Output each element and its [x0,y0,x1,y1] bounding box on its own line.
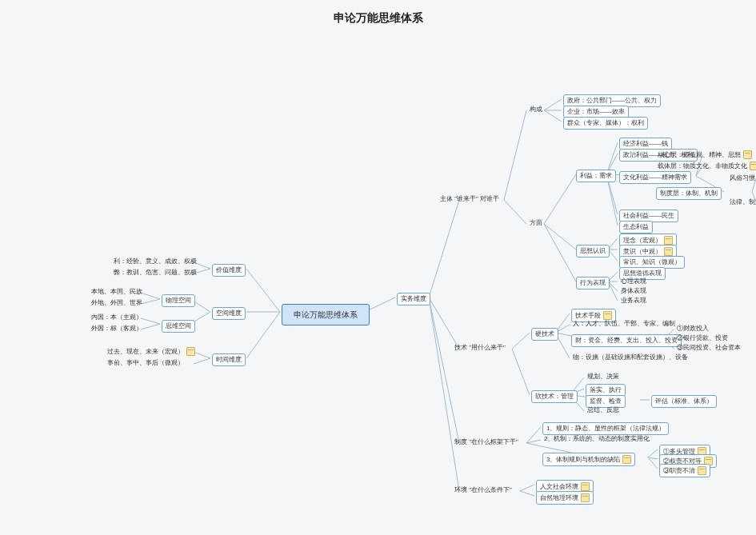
note-icon [581,482,590,491]
svg-line-10 [246,312,280,358]
note-icon [581,493,590,502]
node-practice[interactable]: 实务维度 [397,293,430,305]
leaf-phys-a: 本地、本国、民族 [90,288,144,296]
leaf-cult-core: 核心层：价值观、精神、思想 [656,150,754,159]
node-phys-space[interactable]: 物理空间 [162,294,195,307]
node-mind-space[interactable]: 思维空间 [162,320,195,333]
leaf-money-a: ①财政投入 [675,325,710,333]
leaf-time-a: 过去、现在、未来（宏观） [106,347,197,356]
leaf-eval: 评估（标准、体系） [651,395,717,408]
svg-line-12 [194,358,210,364]
leaf-mech: 2、机制：系统的、动态的制度实用化 [542,435,651,443]
note-icon [750,162,756,170]
svg-line-22 [544,110,562,122]
leaf-phys-b: 外地、外国、世界 [90,299,144,307]
svg-line-44 [512,349,530,395]
leaf-money-c: ③民间投资、社会资本 [675,344,742,352]
leaf-psy: 心理表现 [619,277,648,285]
svg-line-43 [512,333,530,349]
leaf-env-nature: 自然地理环境 [536,491,594,505]
leaf-people: 人：人才、队伍、干部、专家、编制 [571,320,677,328]
leaf-mind-a: 内因：本（主观） [90,313,144,321]
leaf-mind-b: 外因：标（客观） [90,325,144,333]
leaf-eco: 生态利益 [619,221,653,234]
node-env[interactable]: 环境 "在什么条件下" [453,486,514,494]
leaf-body: 身体表现 [619,287,648,295]
leaf-biz: 业务表现 [619,297,648,305]
svg-line-20 [544,99,562,110]
leaf-customs: 风俗习惯 [728,174,756,182]
leaf-mass: 群众（专家、媒体）：权利 [563,117,648,130]
node-system[interactable]: 制度 "在什么框架下干" [453,438,520,446]
node-hard-tech[interactable]: 硬技术 [531,328,558,341]
svg-line-15 [429,297,459,349]
node-composition[interactable]: 构成 [528,106,544,114]
leaf-value-bi: 弊：教训、危害、问题、损极 [112,269,198,277]
svg-line-24 [544,224,576,250]
leaf-material: 物：设施（基础设施和配套设施）、设备 [571,353,690,361]
node-tech[interactable]: 技术 "用什么来干" [453,344,507,352]
node-prob[interactable]: 3、体制规则与机制的缺陷 [542,453,635,466]
node-culture[interactable]: 文化利益——精神需求 [619,171,691,184]
node-thought[interactable]: 思想认识 [576,245,610,258]
leaf-cult-carrier: 载体层：物质文化、非物质文化 [656,162,756,170]
svg-line-25 [544,224,576,281]
leaf-law: 法律、制度 [728,198,756,206]
node-money[interactable]: 财：资金、经费、支出、投入、投资 [571,334,682,347]
leaf-money-b: ②银行贷款、投资 [675,334,730,342]
svg-line-19 [504,200,526,224]
node-interest[interactable]: 利益：需求 [576,170,616,182]
svg-line-63 [520,485,534,491]
node-subject[interactable]: 主体 "谁来干" 对谁干 [438,195,501,203]
svg-line-64 [520,491,534,496]
leaf-rule: 1、规则：静态、显性的框架（法律法规） [542,422,669,435]
svg-line-18 [504,110,526,200]
leaf-time-b: 事前、事中、事后（微观） [106,359,186,367]
note-icon [664,236,673,245]
svg-line-0 [246,269,280,312]
node-time-dim[interactable]: 时间维度 [212,353,246,366]
svg-line-17 [429,297,459,491]
note-icon [743,150,752,159]
node-cult-system[interactable]: 制度层：体制、机制 [656,187,722,200]
note-icon [664,247,673,256]
node-value-dim[interactable]: 价值维度 [212,264,246,277]
note-icon [622,455,631,464]
node-aspect[interactable]: 方面 [528,219,544,227]
svg-line-23 [544,174,576,224]
svg-line-60 [648,449,658,457]
node-behavior[interactable]: 行为表现 [576,277,610,289]
note-icon [186,347,195,356]
svg-line-14 [429,200,459,297]
root-node[interactable]: 申论万能思维体系 [282,304,370,325]
node-space-dim[interactable]: 空间维度 [212,307,246,320]
leaf-prob-c: ③职责不清 [659,464,710,477]
leaf-sum: 总结、反思 [586,406,621,414]
svg-line-16 [429,297,459,443]
leaf-value-li: 利：经验、意义、成效、权极 [112,258,198,266]
note-icon [698,466,706,475]
note-icon [603,311,612,320]
node-soft-tech[interactable]: 软技术：管理 [531,390,578,403]
leaf-plan: 规划、决策 [586,373,621,381]
